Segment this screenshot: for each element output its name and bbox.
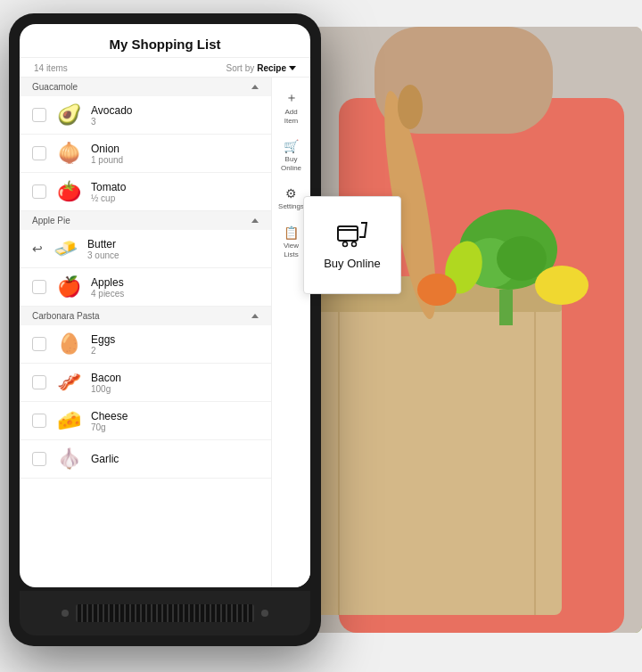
item-name: Apples bbox=[91, 276, 259, 289]
sort-control[interactable]: Sort by Recipe bbox=[226, 63, 296, 73]
list-item: 🧀 Cheese 70g bbox=[20, 402, 271, 440]
chevron-up-icon bbox=[251, 314, 259, 318]
device-screen: My Shopping List 14 items Sort by Recipe… bbox=[20, 24, 310, 587]
item-name: Butter bbox=[87, 238, 259, 250]
screen-header: My Shopping List bbox=[20, 24, 310, 58]
sort-value: Recipe bbox=[257, 63, 286, 73]
sort-label: Sort by bbox=[226, 63, 255, 73]
item-count: 14 items bbox=[34, 63, 68, 73]
device-dot-right bbox=[261, 610, 268, 617]
item-qty: ½ cup bbox=[91, 193, 259, 203]
item-info-avocado: Avocado 3 bbox=[91, 104, 259, 127]
item-icon-avocado: 🥑 bbox=[55, 103, 82, 127]
category-carbonara[interactable]: Carbonara Pasta bbox=[20, 307, 271, 325]
item-info-garlic: Garlic bbox=[91, 453, 259, 465]
item-icon-onion: 🧅 bbox=[55, 142, 82, 165]
category-carbonara-label: Carbonara Pasta bbox=[32, 311, 100, 321]
item-icon-eggs: 🥚 bbox=[55, 332, 82, 356]
settings-label: Settings bbox=[278, 202, 304, 211]
category-guacamole[interactable]: Guacamole bbox=[20, 78, 271, 96]
device-frame: My Shopping List 14 items Sort by Recipe… bbox=[9, 13, 321, 646]
buy-online-card-label: Buy Online bbox=[324, 257, 381, 272]
list-item: 🥚 Eggs 2 bbox=[20, 325, 271, 364]
buy-online-card[interactable]: Buy Online bbox=[303, 196, 401, 294]
checkbox-onion[interactable] bbox=[32, 146, 46, 160]
svg-rect-3 bbox=[312, 276, 562, 615]
svg-point-15 bbox=[417, 274, 457, 306]
item-qty: 100g bbox=[91, 384, 259, 394]
item-icon-bacon: 🥓 bbox=[55, 371, 82, 394]
list-item: 🍎 Apples 4 pieces bbox=[20, 268, 271, 307]
item-icon-cheese: 🧀 bbox=[55, 409, 82, 432]
svg-point-11 bbox=[497, 236, 547, 281]
item-info-cheese: Cheese 70g bbox=[91, 410, 259, 432]
side-toolbar: ＋ AddItem 🛒 BuyOnline ⚙ Settings 📋 ViewL… bbox=[271, 78, 310, 587]
checkbox-avocado[interactable] bbox=[32, 108, 46, 122]
item-info-apples: Apples 4 pieces bbox=[91, 276, 259, 299]
category-apple-pie-label: Apple Pie bbox=[32, 216, 70, 225]
item-qty: 3 bbox=[91, 117, 259, 127]
checkbox-cheese[interactable] bbox=[32, 414, 46, 428]
item-icon-garlic: 🧄 bbox=[55, 447, 82, 471]
undo-icon[interactable]: ↩ bbox=[32, 242, 43, 256]
item-qty: 3 ounce bbox=[87, 250, 259, 260]
list-item: 🥓 Bacon 100g bbox=[20, 364, 271, 402]
gear-icon: ⚙ bbox=[285, 186, 297, 201]
list-items: Guacamole 🥑 Avocado 3 🧅 bbox=[20, 78, 271, 587]
screen-meta: 14 items Sort by Recipe bbox=[20, 58, 310, 78]
svg-point-8 bbox=[398, 85, 423, 129]
category-apple-pie[interactable]: Apple Pie bbox=[20, 211, 271, 230]
list-item: 🧄 Garlic bbox=[20, 440, 271, 479]
item-name: Onion bbox=[91, 143, 259, 155]
list-content: Guacamole 🥑 Avocado 3 🧅 bbox=[20, 78, 310, 587]
plus-icon: ＋ bbox=[285, 90, 298, 106]
svg-rect-12 bbox=[499, 290, 513, 325]
item-info-eggs: Eggs 2 bbox=[91, 333, 259, 356]
item-qty: 70g bbox=[91, 422, 259, 432]
scene: My Shopping List 14 items Sort by Recipe… bbox=[0, 0, 642, 672]
buy-online-button[interactable]: 🛒 BuyOnline bbox=[272, 134, 310, 177]
item-info-onion: Onion 1 pound bbox=[91, 143, 259, 165]
chevron-down-icon bbox=[289, 66, 296, 70]
list-item: 🧅 Onion 1 pound bbox=[20, 135, 271, 173]
list-item: 🥑 Avocado 3 bbox=[20, 96, 271, 135]
add-item-button[interactable]: ＋ AddItem bbox=[272, 85, 310, 130]
checkbox-apples[interactable] bbox=[32, 280, 46, 294]
checkbox-eggs[interactable] bbox=[32, 337, 46, 351]
device-dot-left bbox=[62, 610, 69, 617]
svg-point-18 bbox=[352, 242, 357, 246]
checkbox-garlic[interactable] bbox=[32, 452, 46, 466]
list-icon: 📋 bbox=[284, 225, 299, 240]
item-qty: 4 pieces bbox=[91, 289, 259, 299]
item-name: Eggs bbox=[91, 333, 259, 346]
item-info-butter: Butter 3 ounce bbox=[87, 238, 259, 260]
item-icon-apples: 🍎 bbox=[55, 275, 82, 299]
speaker-grill bbox=[76, 604, 254, 622]
background-photo bbox=[285, 27, 642, 633]
item-name: Garlic bbox=[91, 453, 259, 465]
item-qty: 1 pound bbox=[91, 155, 259, 165]
item-qty: 2 bbox=[91, 346, 259, 356]
screen-title: My Shopping List bbox=[34, 37, 296, 52]
item-name: Avocado bbox=[91, 104, 259, 117]
device-bottom-speaker bbox=[20, 591, 310, 635]
checkbox-tomato[interactable] bbox=[32, 184, 46, 199]
svg-point-17 bbox=[343, 242, 348, 246]
item-icon-butter: 🧈 bbox=[52, 237, 78, 260]
item-icon-tomato: 🍅 bbox=[55, 180, 82, 203]
checkbox-bacon[interactable] bbox=[32, 375, 46, 389]
chevron-up-icon bbox=[251, 85, 259, 89]
list-item: ↩ 🧈 Butter 3 ounce bbox=[20, 230, 271, 268]
cart-card-icon bbox=[336, 219, 368, 251]
view-lists-label: ViewLists bbox=[284, 242, 299, 258]
buy-online-label: BuyOnline bbox=[281, 155, 301, 172]
category-guacamole-label: Guacamole bbox=[32, 82, 78, 92]
item-name: Tomato bbox=[91, 181, 259, 193]
chevron-up-icon bbox=[251, 218, 259, 223]
svg-point-13 bbox=[535, 266, 588, 305]
cart-icon: 🛒 bbox=[284, 139, 299, 153]
svg-rect-16 bbox=[338, 226, 358, 241]
item-name: Cheese bbox=[91, 410, 259, 422]
item-name: Bacon bbox=[91, 372, 259, 384]
item-info-bacon: Bacon 100g bbox=[91, 372, 259, 394]
